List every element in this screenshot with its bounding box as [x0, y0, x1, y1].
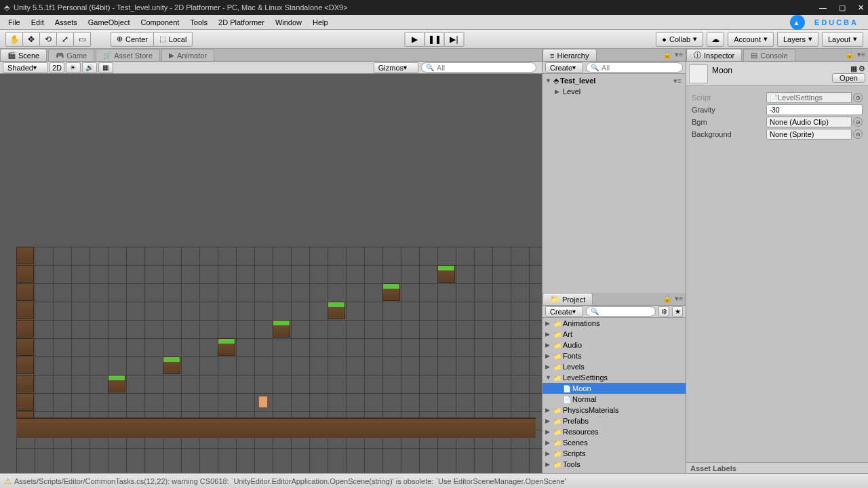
expand-arrow-icon[interactable]: ▼ [545, 374, 552, 381]
menu-help[interactable]: Help [307, 17, 334, 28]
close-button[interactable]: ✕ [858, 3, 864, 12]
project-folder-prefabs[interactable]: ▶ Prefabs [542, 415, 686, 426]
project-folder-resources[interactable]: ▶ Resources [542, 426, 686, 437]
object-picker-icon[interactable]: ⊙ [853, 129, 863, 139]
collab-dropdown[interactable]: ● Collab ▾ [656, 32, 703, 47]
hierarchy-tab[interactable]: ≡ Hierarchy [542, 49, 597, 61]
tab-assetstore[interactable]: 🛒Asset Store [96, 49, 160, 61]
hierarchy-create[interactable]: Create ▾ [545, 62, 583, 73]
expand-arrow-icon[interactable]: ▶ [545, 407, 552, 413]
rect-tool[interactable]: ▭ [73, 32, 91, 47]
layout-dropdown[interactable]: Layout ▾ [822, 32, 863, 47]
expand-arrow-icon[interactable]: ▶ [545, 461, 552, 468]
component-icon[interactable]: ▦ [850, 64, 857, 73]
menu-icon[interactable]: ▾≡ [675, 294, 683, 303]
menu-icon[interactable]: ▾≡ [857, 50, 865, 59]
bgm-field[interactable]: None (Audio Clip) [766, 117, 852, 127]
gravity-field[interactable] [766, 104, 863, 115]
project-folder-scenes[interactable]: ▶ Scenes [542, 437, 686, 448]
lighting-toggle[interactable]: ☀ [66, 62, 81, 73]
pause-button[interactable]: ❚❚ [425, 32, 445, 47]
hierarchy-scene-row[interactable]: ▼ ⬘ Test_level ▾≡ [542, 75, 686, 86]
local-toggle[interactable]: ⬚ Local [153, 32, 193, 47]
background-field[interactable]: None (Sprite) [766, 129, 852, 140]
menu-edit[interactable]: Edit [26, 17, 50, 28]
expand-arrow-icon[interactable]: ▼ [545, 77, 552, 84]
project-body[interactable]: ▶ Animations▶ Art▶ Audio▶ Fonts▶ Levels▼… [542, 318, 686, 473]
menu-gameobject[interactable]: GameObject [83, 17, 136, 28]
filter-button[interactable]: ⚙ [658, 306, 669, 317]
hierarchy-item-level[interactable]: ▶ Level [542, 86, 686, 97]
scale-tool[interactable]: ⤢ [56, 32, 74, 47]
menu-assets[interactable]: Assets [50, 17, 83, 28]
expand-arrow-icon[interactable]: ▶ [545, 418, 552, 424]
object-picker-icon[interactable]: ⊙ [853, 117, 863, 127]
hierarchy-body[interactable]: ▼ ⬘ Test_level ▾≡ ▶ Level [542, 74, 686, 293]
inspector-tab[interactable]: ⓘ Inspector [686, 49, 742, 61]
play-button[interactable]: ▶ [405, 32, 425, 47]
project-folder-animations[interactable]: ▶ Animations [542, 318, 686, 329]
hierarchy-search[interactable]: 🔍 All [586, 62, 683, 73]
hand-tool[interactable]: ✋ [5, 32, 23, 47]
menu-icon[interactable]: ▾≡ [675, 50, 683, 59]
status-bar[interactable]: ⚠ Assets/Scripts/Editor/CommonTasks.cs(1… [0, 473, 868, 488]
rotate-tool[interactable]: ⟲ [39, 32, 57, 47]
cloud-button[interactable]: ☁ [707, 32, 724, 47]
tab-scene[interactable]: 🎬Scene [0, 49, 47, 61]
2d-toggle[interactable]: 2D [50, 62, 64, 73]
favorite-button[interactable]: ★ [672, 306, 683, 317]
scene-search[interactable]: 🔍 All [421, 62, 536, 73]
project-folder-audio[interactable]: ▶ Audio [542, 340, 686, 350]
expand-arrow-icon[interactable]: ▶ [545, 439, 552, 446]
maximize-button[interactable]: ▢ [839, 3, 846, 12]
open-button[interactable]: Open [832, 73, 865, 83]
pivot-toggle[interactable]: ⊕ Center [111, 32, 154, 47]
step-button[interactable]: ▶| [444, 32, 465, 47]
menu-file[interactable]: File [3, 17, 26, 28]
menu-2dplatformer[interactable]: 2D Platformer [213, 17, 270, 28]
lock-icon[interactable]: 🔒 [663, 50, 672, 59]
menu-component[interactable]: Component [135, 17, 184, 28]
project-search[interactable]: 🔍 [586, 306, 656, 317]
expand-arrow-icon[interactable]: ▶ [545, 320, 552, 327]
tab-game[interactable]: 🎮Game [48, 49, 94, 61]
expand-arrow-icon[interactable]: ▶ [545, 363, 552, 370]
expand-arrow-icon[interactable]: ▶ [545, 331, 552, 338]
expand-arrow-icon[interactable]: ▶ [555, 88, 561, 95]
gizmos-dropdown[interactable]: Gizmos ▾ [374, 62, 418, 73]
account-dropdown[interactable]: Account ▾ [728, 32, 774, 47]
expand-arrow-icon[interactable]: ▶ [545, 342, 552, 348]
tab-animator[interactable]: ▶Animator [161, 49, 214, 61]
project-item-moon[interactable]: Moon [542, 383, 686, 394]
project-tab[interactable]: 📁 Project [542, 293, 593, 305]
lock-icon[interactable]: 🔒 [845, 50, 854, 59]
audio-toggle[interactable]: 🔊 [82, 62, 97, 73]
layers-dropdown[interactable]: Layers ▾ [777, 32, 818, 47]
console-tab[interactable]: ▤ Console [743, 49, 795, 61]
project-folder-levelsettings[interactable]: ▼ LevelSettings [542, 372, 686, 383]
asset-labels-header[interactable]: Asset Labels [686, 462, 868, 473]
project-folder-levels[interactable]: ▶ Levels [542, 361, 686, 372]
scene-view[interactable]: ✱RRCG人人素材 [0, 74, 542, 473]
menu-tools[interactable]: Tools [184, 17, 213, 28]
shading-dropdown[interactable]: Shaded ▾ [3, 62, 48, 73]
object-picker-icon[interactable]: ⊙ [853, 93, 863, 102]
project-folder-tools[interactable]: ▶ Tools [542, 459, 686, 470]
scene-menu-icon[interactable]: ▾≡ [673, 77, 682, 85]
fx-toggle[interactable]: ▦ [98, 62, 113, 73]
player-sprite[interactable] [258, 396, 268, 408]
project-item-normal[interactable]: Normal [542, 394, 686, 405]
menu-window[interactable]: Window [270, 17, 307, 28]
expand-arrow-icon[interactable]: ▶ [545, 428, 552, 435]
move-tool[interactable]: ✥ [22, 32, 40, 47]
lock-icon[interactable]: 🔒 [663, 294, 672, 303]
project-folder-art[interactable]: ▶ Art [542, 329, 686, 340]
project-folder-fonts[interactable]: ▶ Fonts [542, 350, 686, 361]
project-folder-scripts[interactable]: ▶ Scripts [542, 448, 686, 459]
project-folder-physicsmaterials[interactable]: ▶ PhysicsMaterials [542, 405, 686, 415]
project-create[interactable]: Create ▾ [545, 306, 583, 317]
minimize-button[interactable]: — [819, 3, 827, 12]
expand-arrow-icon[interactable]: ▶ [545, 352, 552, 359]
expand-arrow-icon[interactable]: ▶ [545, 450, 552, 457]
gear-icon[interactable]: ⚙ [859, 64, 865, 73]
